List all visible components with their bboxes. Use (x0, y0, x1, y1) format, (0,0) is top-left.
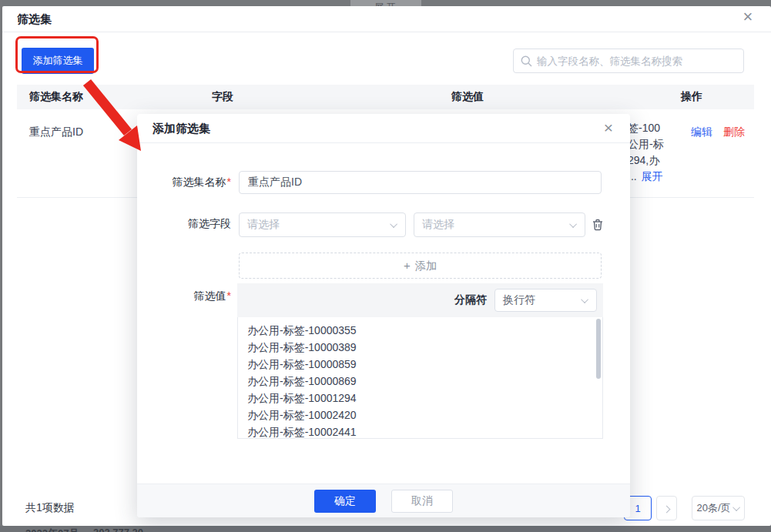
trash-icon[interactable] (590, 217, 605, 233)
modal-close-icon[interactable]: × (599, 119, 618, 137)
chevron-down-icon (732, 504, 740, 511)
pagination-next-button[interactable] (656, 496, 677, 520)
row-actions: 编辑删除 (691, 125, 745, 139)
cancel-button[interactable]: 取消 (391, 490, 453, 513)
table-header: 筛选集名称 字段 筛选值 操作 (17, 85, 754, 109)
value-field-label: 筛选值* (137, 289, 231, 303)
delete-link[interactable]: 删除 (723, 125, 745, 138)
scrollbar-thumb[interactable] (596, 319, 601, 379)
page-size-select[interactable]: 20条/页 (692, 496, 745, 520)
separator-label: 分隔符 (454, 293, 487, 307)
add-filter-set-button[interactable]: 添加筛选集 (22, 48, 94, 74)
screen: 展开 2023年07月 302.777,20 筛选集 × 添加筛选集 筛选集名称… (0, 0, 771, 532)
filter-value-line: 公用-标 (628, 136, 664, 152)
column-header-name: 筛选集名称 (17, 90, 212, 104)
field-select-secondary[interactable]: 请选择 (414, 212, 585, 237)
search-icon (521, 55, 532, 67)
filter-values-cell-clipped: 签-100公用-标294,办 (628, 120, 664, 169)
dialog-title: 筛选集 (17, 12, 52, 27)
plus-icon: + (404, 259, 411, 272)
modal-header: 添加筛选集 × (137, 114, 630, 143)
expand-link[interactable]: 展开 (642, 170, 663, 182)
field-select-label: 筛选字段 (137, 217, 231, 231)
chevron-down-icon (390, 220, 397, 228)
modal-title: 添加筛选集 (153, 122, 210, 136)
chevron-down-icon (569, 220, 577, 228)
filter-value-item: 办公用-标签-10000859 (247, 356, 602, 373)
filter-value-item: 办公用-标签-10000389 (247, 339, 602, 356)
modal-footer: 确定 取消 (137, 483, 630, 517)
add-filter-set-modal: 添加筛选集 × 筛选集名称* 筛选字段 请选择 请选择 +添加 筛选值* 分隔符 (137, 114, 630, 517)
filter-set-name-input[interactable] (239, 171, 602, 194)
background-date-text: 2023年07月 (25, 527, 79, 532)
filter-value-line: 签-100 (628, 120, 664, 136)
page-size-label: 20条/页 (696, 501, 730, 515)
required-mark: * (227, 176, 231, 188)
column-header-value: 筛选值 (451, 90, 681, 104)
filter-values-textarea[interactable]: 办公用-标签-10000355办公用-标签-10000389办公用-标签-100… (237, 317, 603, 439)
dialog-header: 筛选集 × (2, 6, 771, 32)
filter-set-name-cell: 重点产品ID (29, 125, 83, 139)
select-placeholder: 请选择 (247, 218, 280, 232)
filter-value-item: 办公用-标签-10000869 (247, 373, 602, 390)
search-field[interactable] (513, 49, 744, 73)
separator-select[interactable]: 换行符 (494, 289, 597, 312)
required-mark: * (227, 289, 231, 302)
chevron-down-icon (581, 296, 588, 303)
filter-values-panel-header: 分隔符 换行符 (237, 283, 603, 317)
close-icon[interactable]: × (739, 8, 757, 26)
field-select-primary[interactable]: 请选择 (239, 212, 406, 237)
select-placeholder: 请选择 (422, 218, 454, 232)
add-field-row-button[interactable]: +添加 (239, 253, 602, 279)
name-field-label: 筛选集名称* (137, 176, 231, 189)
filter-value-item: 办公用-标签-10000355 (247, 322, 602, 339)
filter-value-item: 办公用-标签-10002420 (247, 407, 602, 423)
background-number-text: 302.777,20 (93, 527, 143, 532)
filter-value-item: 办公用-标签-10002441 (247, 423, 602, 439)
filter-values-panel: 分隔符 换行符 办公用-标签-10000355办公用-标签-10000389办公… (237, 283, 603, 439)
search-input[interactable] (537, 49, 740, 72)
filter-value-line: 294,办 (628, 152, 664, 169)
separator-value: 换行符 (503, 293, 535, 307)
chevron-right-icon (663, 506, 671, 514)
column-header-action: 操作 (681, 90, 754, 104)
filter-values-more: ...展开 (628, 169, 663, 185)
background-page-top: 展开 (0, 0, 771, 6)
total-count-text: 共1项数据 (25, 501, 75, 515)
confirm-button[interactable]: 确定 (314, 490, 376, 513)
edit-link[interactable]: 编辑 (691, 125, 712, 138)
column-header-field: 字段 (212, 90, 451, 104)
background-page-bottom: 2023年07月 302.777,20 (0, 526, 771, 532)
filter-value-item: 办公用-标签-10001294 (247, 390, 602, 407)
background-expand-label: 展开 (374, 1, 397, 6)
background-expand-control: 展开 (350, 0, 421, 6)
